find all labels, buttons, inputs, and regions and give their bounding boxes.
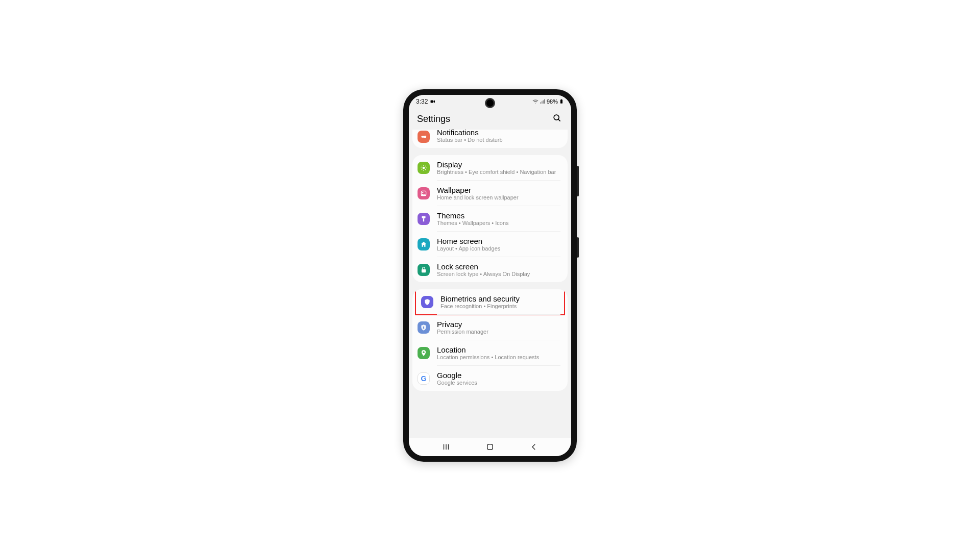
settings-item-subtitle: Face recognition • Fingerprints <box>440 303 520 309</box>
lock-icon <box>418 264 430 276</box>
notif-icon <box>418 131 430 143</box>
settings-item-texts: GoogleGoogle services <box>437 371 477 386</box>
search-button[interactable] <box>551 113 563 125</box>
side-button-volume <box>577 166 579 196</box>
settings-item-themes[interactable]: ThemesThemes • Wallpapers • Icons <box>412 206 568 231</box>
settings-item-subtitle: Status bar • Do not disturb <box>437 137 503 143</box>
svg-line-15 <box>425 165 426 166</box>
page-title: Settings <box>417 114 450 124</box>
settings-item-title: Wallpaper <box>437 186 519 194</box>
settings-item-subtitle: Layout • App icon badges <box>437 245 500 252</box>
svg-rect-26 <box>487 444 493 450</box>
settings-item-google[interactable]: GGoogleGoogle services <box>412 366 568 391</box>
svg-line-12 <box>422 165 422 166</box>
settings-item-bio[interactable]: Biometrics and securityFace recognition … <box>416 289 564 314</box>
bio-icon <box>421 296 433 308</box>
back-button[interactable] <box>529 442 539 452</box>
screen: 3:32 98% <box>409 95 571 456</box>
settings-item-texts: Lock screenScreen lock type • Always On … <box>437 262 530 277</box>
svg-point-17 <box>422 192 423 193</box>
settings-item-subtitle: Themes • Wallpapers • Icons <box>437 220 509 226</box>
settings-list[interactable]: NotificationsStatus bar • Do not disturb… <box>409 130 571 438</box>
phone-frame: 3:32 98% <box>403 89 577 462</box>
app-bar: Settings <box>409 108 571 130</box>
settings-item-lock[interactable]: Lock screenScreen lock type • Always On … <box>412 257 568 282</box>
settings-item-subtitle: Brightness • Eye comfort shield • Naviga… <box>437 169 556 175</box>
home-icon <box>418 238 430 251</box>
svg-point-6 <box>424 135 427 138</box>
settings-item-display[interactable]: DisplayBrightness • Eye comfort shield •… <box>412 155 568 180</box>
settings-item-texts: Home screenLayout • App icon badges <box>437 237 500 252</box>
settings-item-title: Themes <box>437 211 509 220</box>
svg-rect-19 <box>422 269 426 272</box>
settings-item-title: Google <box>437 371 477 380</box>
settings-item-subtitle: Screen lock type • Always On Display <box>437 271 530 277</box>
settings-item-texts: ThemesThemes • Wallpapers • Icons <box>437 211 509 226</box>
search-icon <box>552 113 562 125</box>
privacy-icon <box>418 321 430 334</box>
highlight-box: Biometrics and securityFace recognition … <box>415 289 565 315</box>
settings-item-title: Notifications <box>437 130 503 137</box>
settings-item-privacy[interactable]: PrivacyPermission manager <box>412 315 568 340</box>
svg-rect-1 <box>560 99 562 104</box>
settings-item-subtitle: Location permissions • Location requests <box>437 354 539 360</box>
settings-item-home[interactable]: Home screenLayout • App icon badges <box>412 232 568 257</box>
settings-item-texts: PrivacyPermission manager <box>437 320 488 335</box>
navigation-bar <box>409 438 571 456</box>
status-time: 3:32 <box>416 98 428 105</box>
settings-item-title: Lock screen <box>437 262 530 271</box>
stage: 3:32 98% <box>0 0 980 551</box>
settings-item-texts: DisplayBrightness • Eye comfort shield •… <box>437 160 556 175</box>
svg-rect-21 <box>423 327 424 329</box>
settings-item-title: Biometrics and security <box>440 294 520 303</box>
svg-line-4 <box>558 119 560 121</box>
svg-line-13 <box>425 169 426 169</box>
settings-item-texts: Biometrics and securityFace recognition … <box>440 294 520 309</box>
camera-notch <box>485 98 495 108</box>
svg-rect-2 <box>561 99 562 99</box>
settings-item-title: Location <box>437 345 539 354</box>
home-button[interactable] <box>485 442 495 452</box>
settings-item-title: Privacy <box>437 320 488 329</box>
battery-icon <box>559 98 564 105</box>
svg-rect-0 <box>431 101 434 103</box>
settings-item-subtitle: Permission manager <box>437 329 488 335</box>
recents-button[interactable] <box>441 442 451 452</box>
settings-group: NotificationsStatus bar • Do not disturb <box>412 130 568 148</box>
settings-item-location[interactable]: LocationLocation permissions • Location … <box>412 340 568 365</box>
settings-item-notif[interactable]: NotificationsStatus bar • Do not disturb <box>412 130 568 148</box>
side-button-power <box>577 237 579 258</box>
themes-icon <box>418 213 430 225</box>
settings-item-subtitle: Home and lock screen wallpaper <box>437 194 519 201</box>
settings-item-wall[interactable]: WallpaperHome and lock screen wallpaper <box>412 181 568 206</box>
settings-group: Biometrics and securityFace recognition … <box>412 289 568 391</box>
battery-text: 98% <box>547 98 558 105</box>
settings-group: DisplayBrightness • Eye comfort shield •… <box>412 155 568 282</box>
settings-item-subtitle: Google services <box>437 380 477 386</box>
svg-point-3 <box>554 115 559 120</box>
wifi-icon <box>532 98 538 105</box>
svg-line-14 <box>422 169 422 169</box>
settings-item-title: Home screen <box>437 237 500 245</box>
wall-icon <box>418 187 430 199</box>
signal-icon <box>540 98 546 105</box>
google-icon: G <box>418 372 430 385</box>
location-icon <box>418 347 430 359</box>
svg-rect-18 <box>423 218 424 221</box>
svg-point-7 <box>423 166 425 169</box>
svg-point-22 <box>423 351 425 353</box>
settings-item-texts: WallpaperHome and lock screen wallpaper <box>437 186 519 201</box>
display-icon <box>418 162 430 174</box>
video-record-icon <box>430 98 436 105</box>
settings-item-texts: NotificationsStatus bar • Do not disturb <box>437 130 503 143</box>
settings-item-texts: LocationLocation permissions • Location … <box>437 345 539 360</box>
settings-item-title: Display <box>437 160 556 169</box>
